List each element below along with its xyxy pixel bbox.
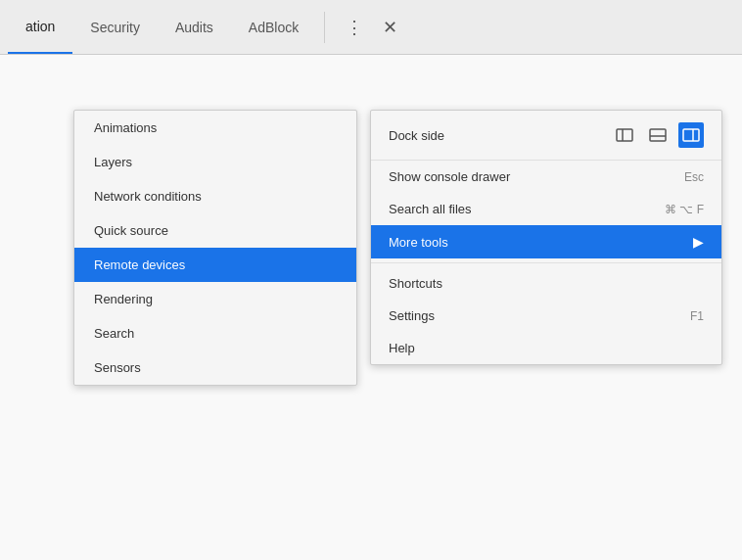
- content-area: Dock side: [0, 55, 742, 560]
- tab-bar-actions: ⋮ ✕: [341, 14, 403, 41]
- svg-rect-4: [683, 129, 699, 141]
- svg-rect-0: [617, 129, 632, 141]
- dock-right-button[interactable]: [678, 122, 704, 148]
- show-console-drawer-item[interactable]: Show console drawer Esc: [371, 161, 721, 193]
- tab-application[interactable]: ation: [8, 0, 72, 54]
- sub-quick-source-item[interactable]: Quick source: [74, 213, 356, 248]
- dock-side-label: Dock side: [389, 128, 602, 143]
- sub-rendering-item[interactable]: Rendering: [74, 282, 356, 316]
- menu-separator-1: [371, 262, 721, 263]
- tab-audits[interactable]: Audits: [158, 0, 231, 54]
- tab-bar: ation Security Audits AdBlock ⋮ ✕: [0, 0, 742, 55]
- dock-bottom-button[interactable]: [645, 122, 671, 148]
- dock-icons: [612, 122, 704, 148]
- main-menu: Dock side: [370, 110, 722, 365]
- settings-item[interactable]: Settings F1: [371, 300, 721, 332]
- tab-security[interactable]: Security: [72, 0, 158, 54]
- more-tools-item[interactable]: More tools ▶: [371, 225, 721, 258]
- sub-menu: Animations Layers Network conditions Qui…: [73, 110, 357, 386]
- more-options-button[interactable]: ⋮: [341, 14, 368, 41]
- sub-network-conditions-item[interactable]: Network conditions: [74, 179, 356, 213]
- dock-left-button[interactable]: [612, 122, 637, 148]
- sub-search-item[interactable]: Search: [74, 316, 356, 350]
- close-devtools-button[interactable]: ✕: [376, 14, 403, 41]
- sub-layers-item[interactable]: Layers: [74, 145, 356, 179]
- sub-remote-devices-item[interactable]: Remote devices: [74, 248, 356, 282]
- tab-bar-divider: [324, 12, 325, 43]
- svg-rect-2: [650, 129, 666, 141]
- sub-animations-item[interactable]: Animations: [74, 111, 356, 145]
- sub-sensors-item[interactable]: Sensors: [74, 350, 356, 385]
- dock-side-row: Dock side: [371, 111, 721, 161]
- tab-adblock[interactable]: AdBlock: [231, 0, 316, 54]
- search-all-files-item[interactable]: Search all files ⌘ ⌥ F: [371, 193, 721, 225]
- shortcuts-item[interactable]: Shortcuts: [371, 267, 721, 300]
- help-item[interactable]: Help: [371, 332, 721, 364]
